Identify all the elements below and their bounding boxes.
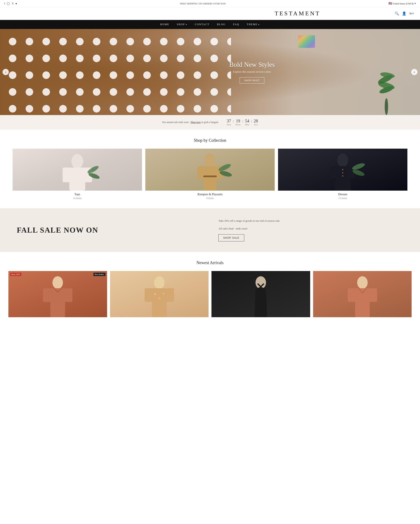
- nav-faq-label: FAQ: [233, 23, 239, 26]
- nav-blog-label: BLOG: [217, 23, 226, 26]
- product-card-2[interactable]: [110, 271, 209, 317]
- collection-tops-count: 14 items: [13, 197, 142, 200]
- theme-chevron-icon: ▾: [258, 24, 260, 26]
- account-icon[interactable]: 👤: [402, 11, 406, 16]
- region-chevron-icon: ▾: [415, 2, 416, 5]
- svg-rect-15: [203, 175, 217, 177]
- nav-item-home[interactable]: HOME: [160, 23, 169, 26]
- product-card-3[interactable]: [211, 271, 310, 317]
- collection-rompers[interactable]: Rompers & Playsuits 9 items: [145, 149, 275, 200]
- svg-rect-33: [166, 288, 174, 302]
- timer-sep-2: :: [242, 119, 243, 123]
- svg-rect-32: [144, 288, 152, 302]
- instagram-icon[interactable]: ◯: [7, 2, 10, 5]
- svg-point-22: [342, 172, 343, 173]
- hero-content: Bold New Styles Explore this seasons new…: [229, 61, 275, 84]
- svg-rect-31: [152, 288, 166, 317]
- hero-polka-dots: [0, 29, 231, 115]
- collection-dresses-name: Dresses: [278, 193, 407, 196]
- hero-title: Bold New Styles: [229, 61, 275, 69]
- facebook-icon[interactable]: f: [4, 2, 5, 5]
- cart-icon[interactable]: 🛍 0: [409, 12, 414, 15]
- arrivals-section: Newest Arrivals Save 22% Pre Order: [0, 252, 420, 321]
- nav-item-faq[interactable]: FAQ: [233, 23, 239, 26]
- sale-cta-button[interactable]: Shop Sale: [219, 234, 244, 241]
- hero-prev-button[interactable]: ‹: [2, 69, 9, 75]
- collection-rompers-count: 9 items: [145, 197, 275, 200]
- svg-point-30: [154, 276, 165, 289]
- main-nav: HOME SHOP ▾ CONTACT BLOG FAQ THEME ▾: [0, 20, 420, 29]
- nav-item-blog[interactable]: BLOG: [217, 23, 226, 26]
- badge-preorder-1: Pre Order: [93, 273, 105, 276]
- timer-days: 37 Days: [227, 119, 231, 126]
- product-image-4: [313, 271, 412, 317]
- hero-next-button[interactable]: ›: [411, 69, 418, 75]
- arrivals-grid: Save 22% Pre Order: [9, 271, 411, 317]
- timer-sep-3: :: [251, 119, 252, 123]
- svg-point-35: [158, 297, 160, 300]
- sale-right-content: Take 50% off a range of goods in our end…: [219, 219, 403, 241]
- svg-rect-28: [43, 288, 51, 302]
- header-icons: 🔍 👤 🛍 0: [394, 11, 414, 16]
- timer-hours-label: Hours: [236, 123, 240, 126]
- twitter-icon[interactable]: 𝕏: [12, 2, 14, 5]
- nav-shop-label: SHOP: [177, 23, 185, 26]
- timer-mins-value: 54: [245, 119, 249, 123]
- nav-item-contact[interactable]: CONTACT: [195, 23, 210, 26]
- collection-rompers-image: [145, 149, 275, 191]
- collection-tops-image: [13, 149, 142, 191]
- hero-prism-effect: [298, 35, 315, 48]
- collection-dresses[interactable]: Dresses 13 items: [278, 149, 407, 200]
- product-card-1[interactable]: Save 22% Pre Order: [9, 271, 107, 317]
- collection-tops[interactable]: Tops 14 items: [13, 149, 142, 200]
- timer-secs: 28 Secs: [254, 119, 258, 126]
- collection-dresses-count: 13 items: [278, 197, 407, 200]
- timer-hours-value: 19: [236, 119, 240, 123]
- shop-chevron-icon: ▾: [186, 24, 187, 26]
- social-icons: f ◯ 𝕏 ●: [4, 2, 17, 5]
- collection-rompers-name: Rompers & Playsuits: [145, 193, 275, 196]
- sale-title: FALL SALE NOW ON: [17, 226, 201, 235]
- countdown-text-before: Our annual sale ends soon -: [162, 121, 190, 124]
- svg-rect-42: [348, 288, 356, 302]
- product-image-3: [211, 271, 310, 317]
- svg-rect-41: [355, 288, 370, 317]
- pinterest-icon[interactable]: ●: [15, 2, 17, 5]
- hero-cta-button[interactable]: Shop Rust: [240, 77, 265, 84]
- sale-banner: FALL SALE NOW ON Take 50% off a range of…: [0, 208, 420, 252]
- arrivals-title: Newest Arrivals: [9, 260, 411, 265]
- svg-rect-7: [62, 167, 70, 182]
- top-bar: f ◯ 𝕏 ● FREE SHIPPING ON ORDERS OVER $19…: [0, 0, 420, 7]
- sale-desc-line1: Take 50% off a range of goods in our end…: [219, 219, 403, 223]
- logo[interactable]: TESTAMENT: [201, 10, 395, 17]
- svg-point-34: [154, 293, 156, 295]
- product-image-2: [110, 271, 209, 317]
- collections-title: Shop by Collection: [13, 138, 407, 143]
- svg-point-21: [342, 169, 343, 170]
- countdown-timer: 37 Days : 19 Hours : 54 Mins : 28 Secs: [227, 119, 258, 126]
- timer-days-value: 37: [227, 119, 231, 123]
- collections-grid: Tops 14 items Rompers & Playsuits 9 item: [13, 149, 407, 200]
- svg-point-11: [205, 153, 215, 167]
- badge-sale-1: Save 22%: [10, 273, 21, 276]
- countdown-shop-link[interactable]: Shop now: [191, 121, 201, 124]
- countdown-text: Our annual sale ends soon - Shop now to …: [162, 121, 219, 124]
- countdown-bar: Our annual sale ends soon - Shop now to …: [0, 115, 420, 130]
- timer-days-label: Days: [227, 123, 231, 126]
- nav-item-shop[interactable]: SHOP ▾: [177, 23, 187, 26]
- nav-item-theme[interactable]: THEME ▾: [247, 23, 260, 26]
- svg-rect-6: [69, 167, 85, 191]
- collection-dresses-image: [278, 149, 407, 191]
- hero-prev-icon: ‹: [5, 70, 6, 74]
- hero-section: ‹ Bold New Styles Explore this seasons n…: [0, 29, 420, 115]
- region-selector[interactable]: 🇺🇸 United States (USD $) ▾: [388, 2, 416, 5]
- search-icon[interactable]: 🔍: [394, 11, 399, 16]
- countdown-text-after: to grab a bargain: [201, 121, 219, 124]
- timer-mins-label: Mins: [245, 123, 249, 126]
- svg-rect-43: [369, 288, 377, 302]
- svg-point-26: [52, 276, 63, 289]
- timer-mins: 54 Mins: [245, 119, 249, 126]
- product-card-4[interactable]: [313, 271, 412, 317]
- sale-desc-line2: All sales final - ends soon!: [219, 227, 403, 231]
- hero-plant-decoration: [374, 48, 399, 115]
